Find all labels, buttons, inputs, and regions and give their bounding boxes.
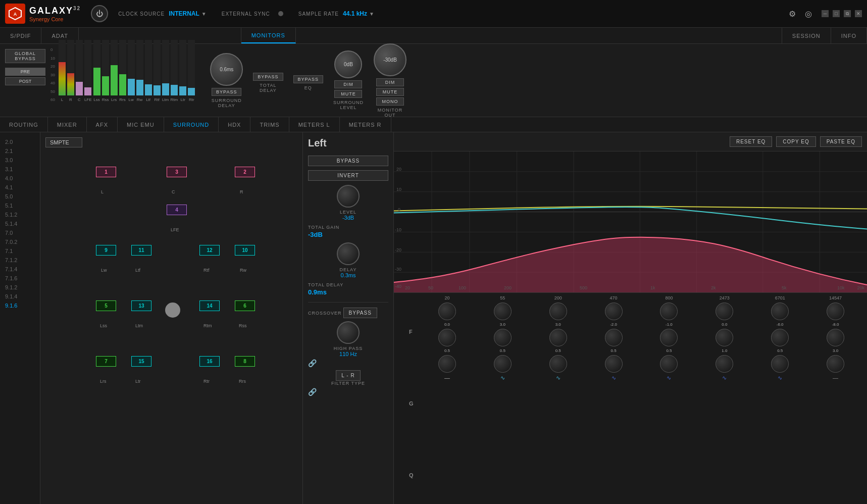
sidebar-item-7.0.2[interactable]: 7.0.2 [0, 237, 40, 246]
eq-q-knob-20[interactable] [438, 355, 456, 373]
eq-f-knob-55[interactable] [494, 303, 512, 320]
sidebar-item-5.1[interactable]: 5.1 [0, 201, 40, 210]
sidebar-item-9.1.6[interactable]: 9.1.6 [0, 301, 40, 310]
eq-q-knob-200[interactable] [549, 355, 567, 373]
eq-f-knob-470[interactable] [605, 303, 623, 320]
tab-routing[interactable]: ROUTING [0, 117, 48, 132]
eq-q-knob-6701[interactable] [771, 355, 789, 373]
tab-trims[interactable]: TRIMS [250, 117, 289, 132]
sidebar-item-5.1.4[interactable]: 5.1.4 [0, 219, 40, 228]
sidebar-item-7.0[interactable]: 7.0 [0, 228, 40, 237]
tab-surround[interactable]: SURROUND [164, 117, 219, 132]
total-delay-bypass[interactable]: BYPASS [253, 73, 283, 81]
level-knob[interactable] [337, 185, 360, 208]
tab-session[interactable]: SESSION [782, 28, 831, 43]
tab-meters-r[interactable]: METERS R [340, 117, 391, 132]
channel-9-Lw[interactable]: 9 [96, 245, 116, 256]
eq-g-knob-14547[interactable] [827, 329, 844, 346]
eq-g-knob-2473[interactable] [716, 329, 733, 346]
channel-3-C[interactable]: 3 [167, 167, 187, 177]
sidebar-item-9.1.2[interactable]: 9.1.2 [0, 283, 40, 292]
eq-q-knob-470[interactable] [605, 355, 623, 373]
sidebar-item-3.1[interactable]: 3.1 [0, 165, 40, 174]
channel-10-Rw[interactable]: 10 [235, 245, 255, 256]
surround-delay-bypass[interactable]: BYPASS [212, 88, 241, 96]
eye-icon[interactable]: ◎ [803, 7, 814, 21]
sidebar-item-5.0[interactable]: 5.0 [0, 192, 40, 201]
eq-f-knob-2473[interactable] [716, 303, 733, 320]
eq-g-knob-470[interactable] [605, 329, 623, 346]
tab-info[interactable]: INFO [831, 28, 867, 43]
tab-meters-l[interactable]: METERS L [289, 117, 340, 132]
channel-5-Lss[interactable]: 5 [96, 300, 116, 311]
eq-bypass[interactable]: BYPASS [293, 75, 323, 83]
eq-g-knob-800[interactable] [660, 329, 678, 346]
eq-g-knob-55[interactable] [494, 329, 512, 346]
eq-f-knob-14547[interactable] [827, 303, 844, 320]
tab-mixer[interactable]: MIXER [48, 117, 87, 132]
link-icon-2[interactable]: 🔗 [308, 388, 317, 396]
monitor-mute-button[interactable]: MUTE [376, 88, 404, 96]
channel-4-LFE[interactable]: 4 [167, 205, 187, 215]
channel-12-Rtf[interactable]: 12 [199, 245, 220, 256]
eq-q-knob-800[interactable] [660, 355, 678, 373]
pre-button[interactable]: PRE [5, 68, 45, 76]
channel-14-Rtm[interactable]: 14 [199, 300, 220, 311]
maximize-button[interactable]: □ [833, 10, 840, 17]
copy-eq-button[interactable]: COPY EQ [776, 136, 815, 147]
minimize-button[interactable]: ─ [822, 10, 829, 17]
eq-g-knob-6701[interactable] [771, 329, 789, 346]
crossover-knob[interactable] [337, 321, 360, 344]
tab-spdif[interactable]: S/PDIF [0, 28, 41, 43]
eq-f-knob-800[interactable] [660, 303, 678, 320]
restore-button[interactable]: ⧉ [844, 10, 851, 17]
channel-8-Rrs[interactable]: 8 [235, 356, 255, 367]
eq-q-knob-2473[interactable] [716, 355, 733, 373]
channel-13-Ltm[interactable]: 13 [131, 300, 151, 311]
sidebar-item-4.0[interactable]: 4.0 [0, 174, 40, 183]
reset-eq-button[interactable]: RESET EQ [730, 136, 772, 147]
eq-g-knob-200[interactable] [549, 329, 567, 346]
sample-rate-arrow[interactable]: ▼ [369, 11, 374, 17]
sidebar-item-4.1[interactable]: 4.1 [0, 183, 40, 192]
channel-6-Rss[interactable]: 6 [235, 300, 255, 311]
surround-mute-button[interactable]: MUTE [334, 90, 362, 98]
tab-mic-emu[interactable]: MIC EMU [118, 117, 164, 132]
channel-bypass-button[interactable]: BYPASS [308, 156, 388, 166]
global-bypass-button[interactable]: GLOBALBYPASS [5, 49, 45, 63]
sidebar-item-2.1[interactable]: 2.1 [0, 146, 40, 156]
power-button[interactable]: ⏻ [91, 5, 108, 22]
paste-eq-button[interactable]: PASTE EQ [820, 136, 862, 147]
surround-level-knob[interactable]: 0dB [334, 51, 362, 78]
channel-invert-button[interactable]: INVERT [308, 170, 388, 181]
surround-dim-button[interactable]: DIM [334, 80, 362, 88]
sidebar-item-5.1.2[interactable]: 5.1.2 [0, 210, 40, 219]
channel-7-Lrs[interactable]: 7 [96, 356, 116, 367]
monitor-mono-button[interactable]: MONO [376, 97, 404, 106]
sidebar-item-9.1.4[interactable]: 9.1.4 [0, 292, 40, 301]
format-select[interactable]: SMPTE ITU [45, 137, 82, 147]
eq-q-knob-55[interactable] [494, 355, 512, 373]
close-button[interactable]: ✕ [855, 10, 862, 17]
surround-delay-knob[interactable]: 0.6ms [210, 53, 243, 86]
monitor-dim-button[interactable]: DIM [376, 78, 404, 86]
eq-q-knob-14547[interactable] [827, 355, 844, 373]
eq-f-knob-6701[interactable] [771, 303, 789, 320]
channel-16-Rtr[interactable]: 16 [199, 356, 220, 367]
link-icon-1[interactable]: 🔗 [308, 359, 317, 367]
tab-afx[interactable]: AFX [87, 117, 118, 132]
post-button[interactable]: POST [5, 77, 45, 85]
channel-11-Ltf[interactable]: 11 [131, 245, 151, 256]
clock-source-arrow[interactable]: ▼ [201, 11, 207, 17]
tab-monitors[interactable]: MONITORS [241, 28, 296, 43]
eq-f-knob-20[interactable] [438, 303, 456, 320]
channel-15-Ltr[interactable]: 15 [131, 356, 151, 367]
channel-1-L[interactable]: 1 [96, 167, 116, 177]
eq-g-knob-20[interactable] [438, 329, 456, 346]
sidebar-item-7.1.2[interactable]: 7.1.2 [0, 256, 40, 265]
settings-icon[interactable]: ⚙ [787, 7, 798, 21]
sidebar-item-2.0[interactable]: 2.0 [0, 137, 40, 146]
delay-knob[interactable] [337, 242, 360, 265]
crossover-bypass-button[interactable]: BYPASS [343, 308, 377, 318]
lr-button[interactable]: L - R [336, 370, 360, 381]
